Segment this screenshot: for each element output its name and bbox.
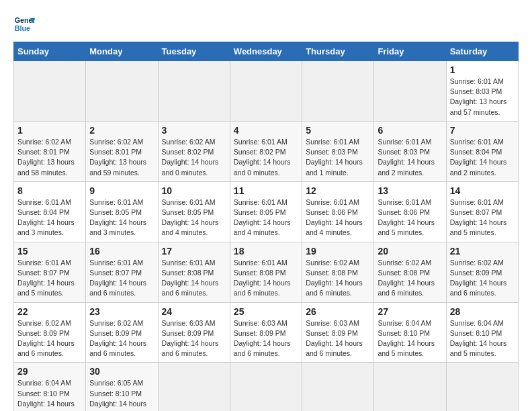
calendar-cell (14, 61, 86, 122)
day-detail: Sunrise: 6:04 AMSunset: 8:10 PMDaylight:… (378, 318, 442, 359)
day-number: 4 (234, 125, 298, 136)
calendar-cell: 28Sunrise: 6:04 AMSunset: 8:10 PMDayligh… (446, 302, 518, 363)
calendar-cell: 1Sunrise: 6:02 AMSunset: 8:01 PMDaylight… (14, 121, 86, 181)
calendar-cell: 2Sunrise: 6:02 AMSunset: 8:01 PMDaylight… (86, 121, 158, 181)
col-header-saturday: Saturday (446, 42, 518, 61)
calendar-cell: 19Sunrise: 6:02 AMSunset: 8:08 PMDayligh… (302, 242, 374, 302)
calendar-week-5: 22Sunrise: 6:02 AMSunset: 8:09 PMDayligh… (14, 302, 519, 363)
day-number: 13 (378, 185, 442, 196)
calendar-cell: 12Sunrise: 6:01 AMSunset: 8:06 PMDayligh… (302, 181, 374, 242)
calendar-cell: 24Sunrise: 6:03 AMSunset: 8:09 PMDayligh… (158, 302, 230, 363)
calendar-cell: 29Sunrise: 6:04 AMSunset: 8:10 PMDayligh… (14, 363, 86, 411)
day-detail: Sunrise: 6:01 AMSunset: 8:07 PMDaylight:… (17, 258, 82, 299)
day-detail: Sunrise: 6:01 AMSunset: 8:03 PMDaylight:… (450, 77, 515, 118)
col-header-tuesday: Tuesday (158, 42, 230, 61)
day-number: 30 (89, 366, 154, 377)
day-detail: Sunrise: 6:05 AMSunset: 8:10 PMDaylight:… (89, 378, 154, 411)
day-number: 24 (162, 306, 226, 317)
day-detail: Sunrise: 6:01 AMSunset: 8:05 PMDaylight:… (162, 197, 226, 238)
calendar-cell (302, 61, 374, 122)
header: General Blue (13, 13, 519, 35)
day-detail: Sunrise: 6:01 AMSunset: 8:06 PMDaylight:… (306, 197, 370, 238)
calendar-cell: 10Sunrise: 6:01 AMSunset: 8:05 PMDayligh… (158, 181, 230, 242)
col-header-wednesday: Wednesday (230, 42, 302, 61)
day-detail: Sunrise: 6:01 AMSunset: 8:04 PMDaylight:… (450, 137, 515, 178)
day-number: 26 (306, 306, 370, 317)
day-number: 2 (89, 125, 154, 136)
day-number: 28 (450, 306, 515, 317)
calendar-cell: 7Sunrise: 6:01 AMSunset: 8:04 PMDaylight… (446, 121, 518, 181)
calendar-body: 1Sunrise: 6:01 AMSunset: 8:03 PMDaylight… (14, 61, 519, 412)
calendar-cell: 14Sunrise: 6:01 AMSunset: 8:07 PMDayligh… (446, 181, 518, 242)
day-number: 17 (162, 246, 226, 257)
day-number: 19 (306, 246, 370, 257)
calendar-cell: 18Sunrise: 6:01 AMSunset: 8:08 PMDayligh… (230, 242, 302, 302)
day-detail: Sunrise: 6:01 AMSunset: 8:03 PMDaylight:… (378, 137, 442, 178)
calendar-header: SundayMondayTuesdayWednesdayThursdayFrid… (14, 42, 519, 61)
calendar-cell: 22Sunrise: 6:02 AMSunset: 8:09 PMDayligh… (14, 302, 86, 363)
calendar-cell: 1Sunrise: 6:01 AMSunset: 8:03 PMDaylight… (446, 61, 518, 122)
day-detail: Sunrise: 6:02 AMSunset: 8:01 PMDaylight:… (89, 137, 154, 178)
logo: General Blue (13, 13, 35, 35)
day-number: 15 (17, 246, 82, 257)
day-detail: Sunrise: 6:01 AMSunset: 8:07 PMDaylight:… (89, 258, 154, 299)
day-number: 3 (162, 125, 226, 136)
col-header-friday: Friday (374, 42, 446, 61)
day-number: 10 (162, 185, 226, 196)
calendar-cell: 9Sunrise: 6:01 AMSunset: 8:05 PMDaylight… (86, 181, 158, 242)
day-detail: Sunrise: 6:01 AMSunset: 8:07 PMDaylight:… (450, 197, 515, 238)
calendar-cell: 20Sunrise: 6:02 AMSunset: 8:08 PMDayligh… (374, 242, 446, 302)
calendar-cell: 26Sunrise: 6:03 AMSunset: 8:09 PMDayligh… (302, 302, 374, 363)
svg-text:Blue: Blue (15, 24, 30, 32)
day-detail: Sunrise: 6:02 AMSunset: 8:08 PMDaylight:… (378, 258, 442, 299)
calendar-cell (86, 61, 158, 122)
day-detail: Sunrise: 6:02 AMSunset: 8:09 PMDaylight:… (89, 318, 154, 359)
day-number: 18 (234, 246, 298, 257)
day-detail: Sunrise: 6:01 AMSunset: 8:08 PMDaylight:… (234, 258, 298, 299)
calendar-week-6: 29Sunrise: 6:04 AMSunset: 8:10 PMDayligh… (14, 363, 519, 411)
calendar-cell: 3Sunrise: 6:02 AMSunset: 8:02 PMDaylight… (158, 121, 230, 181)
calendar-cell: 8Sunrise: 6:01 AMSunset: 8:04 PMDaylight… (14, 181, 86, 242)
calendar-cell: 21Sunrise: 6:02 AMSunset: 8:09 PMDayligh… (446, 242, 518, 302)
day-detail: Sunrise: 6:01 AMSunset: 8:04 PMDaylight:… (17, 197, 82, 238)
day-number: 14 (450, 185, 515, 196)
day-number: 6 (378, 125, 442, 136)
calendar-cell: 17Sunrise: 6:01 AMSunset: 8:08 PMDayligh… (158, 242, 230, 302)
day-detail: Sunrise: 6:02 AMSunset: 8:08 PMDaylight:… (306, 258, 370, 299)
day-detail: Sunrise: 6:03 AMSunset: 8:09 PMDaylight:… (162, 318, 226, 359)
day-detail: Sunrise: 6:01 AMSunset: 8:08 PMDaylight:… (162, 258, 226, 299)
calendar-cell: 5Sunrise: 6:01 AMSunset: 8:03 PMDaylight… (302, 121, 374, 181)
day-detail: Sunrise: 6:04 AMSunset: 8:10 PMDaylight:… (17, 378, 82, 411)
calendar-cell (446, 363, 518, 411)
day-number: 21 (450, 246, 515, 257)
col-header-sunday: Sunday (14, 42, 86, 61)
day-detail: Sunrise: 6:02 AMSunset: 8:09 PMDaylight:… (450, 258, 515, 299)
col-header-monday: Monday (86, 42, 158, 61)
calendar-cell: 16Sunrise: 6:01 AMSunset: 8:07 PMDayligh… (86, 242, 158, 302)
calendar-cell: 11Sunrise: 6:01 AMSunset: 8:05 PMDayligh… (230, 181, 302, 242)
calendar-week-1: 1Sunrise: 6:01 AMSunset: 8:03 PMDaylight… (14, 61, 519, 122)
day-detail: Sunrise: 6:03 AMSunset: 8:09 PMDaylight:… (234, 318, 298, 359)
day-number: 20 (378, 246, 442, 257)
day-number: 22 (17, 306, 82, 317)
day-number: 11 (234, 185, 298, 196)
day-number: 8 (17, 185, 82, 196)
calendar-cell: 13Sunrise: 6:01 AMSunset: 8:06 PMDayligh… (374, 181, 446, 242)
day-number: 16 (89, 246, 154, 257)
day-detail: Sunrise: 6:03 AMSunset: 8:09 PMDaylight:… (306, 318, 370, 359)
day-number: 23 (89, 306, 154, 317)
calendar-cell: 4Sunrise: 6:01 AMSunset: 8:02 PMDaylight… (230, 121, 302, 181)
calendar-cell: 30Sunrise: 6:05 AMSunset: 8:10 PMDayligh… (86, 363, 158, 411)
day-detail: Sunrise: 6:01 AMSunset: 8:02 PMDaylight:… (234, 137, 298, 178)
calendar-cell (302, 363, 374, 411)
calendar-table: SundayMondayTuesdayWednesdayThursdayFrid… (13, 42, 519, 411)
calendar-cell: 6Sunrise: 6:01 AMSunset: 8:03 PMDaylight… (374, 121, 446, 181)
calendar-cell (230, 363, 302, 411)
day-number: 25 (234, 306, 298, 317)
day-detail: Sunrise: 6:01 AMSunset: 8:05 PMDaylight:… (234, 197, 298, 238)
day-number: 5 (306, 125, 370, 136)
day-number: 29 (17, 366, 82, 377)
day-number: 7 (450, 125, 515, 136)
day-detail: Sunrise: 6:01 AMSunset: 8:03 PMDaylight:… (306, 137, 370, 178)
logo-icon: General Blue (13, 13, 35, 35)
